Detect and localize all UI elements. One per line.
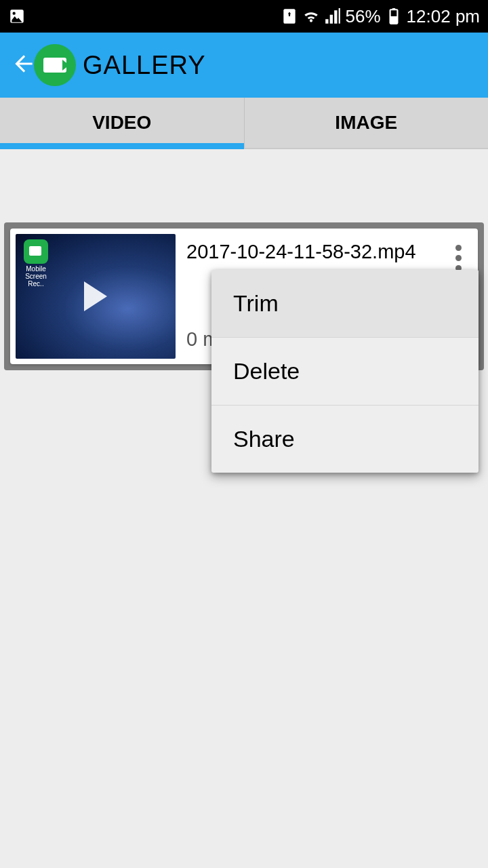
context-menu: Trim Delete Share — [211, 270, 479, 473]
status-right: 56% 12:02 pm — [281, 6, 480, 27]
tab-image[interactable]: IMAGE — [244, 98, 489, 148]
tab-label: VIDEO — [92, 112, 151, 134]
thumbnail-app-icon — [24, 239, 48, 264]
thumbnail-app-label: Mobile Screen Rec.. — [21, 265, 51, 288]
svg-point-1 — [13, 12, 16, 15]
menu-item-label: Trim — [233, 290, 279, 316]
back-arrow-icon — [11, 51, 37, 77]
app-logo-icon — [34, 44, 76, 86]
clock: 12:02 pm — [407, 6, 480, 27]
tab-video[interactable]: VIDEO — [0, 98, 244, 148]
menu-item-delete[interactable]: Delete — [211, 338, 479, 406]
picture-notification-icon — [8, 7, 26, 25]
video-filename: 2017-10-24-11-58-32.mp4 — [186, 241, 472, 263]
tab-bar: VIDEO IMAGE — [0, 98, 488, 149]
play-icon — [84, 281, 107, 311]
svg-rect-5 — [392, 8, 394, 9]
menu-item-label: Share — [233, 426, 295, 452]
status-left — [8, 7, 26, 25]
recycle-icon — [281, 7, 298, 25]
video-thumbnail[interactable]: Mobile Screen Rec.. — [16, 234, 176, 359]
status-bar: 56% 12:02 pm — [0, 0, 488, 33]
tab-label: IMAGE — [335, 112, 397, 134]
menu-item-trim[interactable]: Trim — [211, 270, 479, 338]
wifi-icon — [302, 7, 320, 25]
battery-pct: 56% — [346, 6, 381, 27]
menu-item-label: Delete — [233, 358, 300, 384]
more-dot-icon — [455, 255, 462, 261]
menu-item-share[interactable]: Share — [211, 406, 479, 473]
app-bar: GALLERY — [0, 33, 488, 98]
battery-icon — [385, 7, 403, 25]
thumbnail-app-badge: Mobile Screen Rec.. — [21, 239, 51, 288]
more-dot-icon — [455, 245, 462, 251]
signal-icon — [324, 7, 342, 25]
page-title: GALLERY — [83, 51, 206, 80]
svg-rect-4 — [390, 16, 397, 24]
